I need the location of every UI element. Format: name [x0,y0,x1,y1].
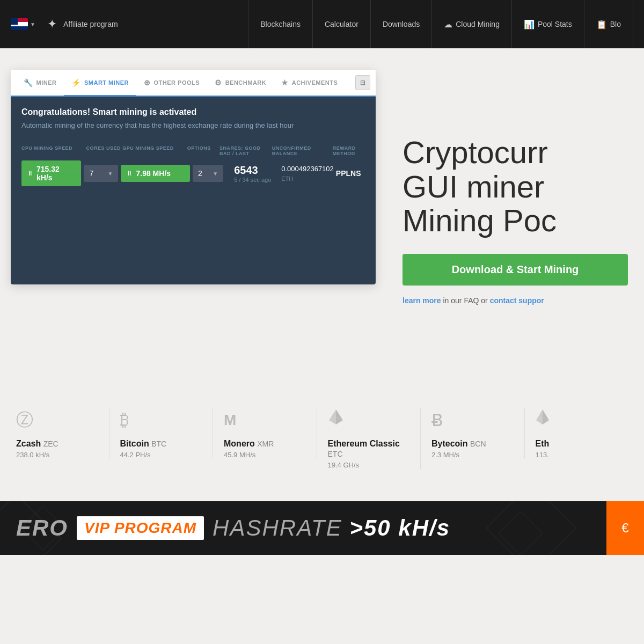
tab-other-pools[interactable]: ⊕ OTHER POOLS [136,70,207,96]
options-value: 2 [198,169,202,178]
tab-benchmark[interactable]: ⚙ BENCHMARK [207,70,274,96]
gpu-pause-icon: ⏸ [126,170,133,177]
affiliate-label[interactable]: Affiliate program [63,20,118,28]
coin-bytecoin[interactable]: Ƀ Bytecoin BCN 2.3 MH/s [421,408,525,459]
tab-achievements[interactable]: ★ ACHIVEMENTS [274,70,345,96]
banner-cta-button[interactable]: € [606,501,644,555]
nav-blog[interactable]: 📋 Blo [584,0,633,48]
unconfirmed-unit: ETH [281,175,293,182]
bitcoin-name: Bitcoin BTC [120,438,167,449]
learn-more-link[interactable]: learn more [402,296,441,305]
reward-display: PPLNS [336,169,365,178]
tab-miner[interactable]: 🔧 MINER [16,70,64,96]
nav-cloud-mining[interactable]: ☁ Cloud Mining [432,0,512,48]
hero-left: 🔧 MINER ⚡ SMART MINER ⊕ OTHER POOLS ⚙ BE… [0,48,376,381]
nav-blockchains[interactable]: Blockchains [248,0,313,48]
app-tabs: 🔧 MINER ⚡ SMART MINER ⊕ OTHER POOLS ⚙ BE… [11,70,376,97]
cpu-header: CPU MINING SPEED [21,145,86,156]
smart-miner-tab-icon: ⚡ [71,78,81,87]
contact-support-link[interactable]: contact suppor [490,296,544,305]
tab-smart-miner[interactable]: ⚡ SMART MINER [64,70,136,97]
zcash-name: Zcash ZEC [16,438,58,449]
monero-icon: M [224,408,236,432]
achievements-tab-icon: ★ [281,78,289,87]
nav-cloud-mining-label: Cloud Mining [456,20,500,28]
tab-other-pools-label: OTHER POOLS [154,79,200,86]
banner-hashrate: HASHRATE >50 kH/s [213,515,450,541]
zcash-rate: 238.0 kH/s [16,451,49,459]
cloud-icon: ☁ [444,19,452,30]
nav-menu: Blockchains Calculator Downloads ☁ Cloud… [248,0,633,48]
banner-cta-icon: € [621,521,628,536]
coins-section: Ⓩ Zcash ZEC 238.0 kH/s ₿ Bitcoin BTC 44.… [0,381,644,501]
options-header: OPTIONS [187,145,219,156]
hero-right: Cryptocurr GUI miner Mining Poc Download… [376,48,644,381]
cores-dropdown-arrow: ▼ [108,171,113,177]
unconfirmed-header: UNCONFIRMED BALANCE [272,145,333,156]
coin-ethereum-classic[interactable]: Ethereum Classic ETC 19.4 GH/s [317,408,421,469]
congrats-subtitle: Automatic mining of the currency that ha… [21,121,365,129]
shares-time-value: 5 / 34 sec ago [234,177,281,183]
banner-vip-box: VIP PROGRAM [77,516,204,540]
gpu-header: GPU MINING SPEED [122,145,187,156]
nav-downloads-label: Downloads [383,20,420,28]
coin-bitcoin[interactable]: ₿ Bitcoin BTC 44.2 PH/s [109,408,214,459]
chart-icon: 📊 [524,19,535,30]
nav-blog-label: Blo [610,20,621,28]
app-settings-button[interactable]: ⊟ [355,75,370,90]
shares-display: 6543 5 / 34 sec ago [234,164,281,183]
network-icon: ✦ [47,17,57,31]
navbar: ▼ ✦ Affiliate program Blockchains Calcul… [0,0,644,48]
tab-miner-label: MINER [36,79,57,86]
hashrate-label: HASHRATE [213,515,342,540]
cores-header: CORES USED [86,145,122,156]
zcash-icon: Ⓩ [16,408,33,432]
nav-pool-stats[interactable]: 📊 Pool Stats [512,0,584,48]
eth-rate: 113. [536,451,549,459]
miner-app-screenshot: 🔧 MINER ⚡ SMART MINER ⊕ OTHER POOLS ⚙ BE… [11,70,376,284]
diamond-small [27,512,59,546]
eth-icon [536,408,550,432]
cores-selector[interactable]: 7 ▼ [84,165,118,182]
gpu-speed-value: 7.98 MH/s [136,169,171,178]
unconfirmed-display: 0.000492367102 ETH [281,164,336,183]
bytecoin-rate: 2.3 MH/s [431,451,459,459]
banner-vip-label: VIP PROGRAM [84,519,196,536]
tab-benchmark-label: BENCHMARK [225,79,267,86]
coin-zcash[interactable]: Ⓩ Zcash ZEC 238.0 kH/s [16,408,109,459]
tab-achievements-label: ACHIVEMENTS [292,79,338,86]
coin-ethereum[interactable]: Eth 113. [525,408,628,459]
stats-headers: CPU MINING SPEED CORES USED GPU MINING S… [21,145,365,156]
unconfirmed-value: 0.000492367102 [281,165,334,173]
cores-value: 7 [89,169,93,178]
congrats-title: Congratulations! Smart mining is activat… [21,107,365,117]
reward-value: PPLNS [336,169,361,178]
reward-header: REWARD METHOD [333,145,365,156]
hero-title-line2: GUI miner [402,170,628,204]
etc-icon [328,408,344,432]
monero-rate: 45.9 MH/s [224,451,255,459]
hero-title: Cryptocurr GUI miner Mining Poc [402,135,628,238]
bitcoin-rate: 44.2 PH/s [120,451,151,459]
nav-downloads[interactable]: Downloads [371,0,432,48]
hero-title-line3: Mining Poc [402,203,628,238]
language-selector[interactable]: ▼ [11,18,35,30]
diamond-right-small [504,517,537,552]
eth-name: Eth [536,438,550,449]
nav-calculator[interactable]: Calculator [313,0,371,48]
nav-blockchains-label: Blockchains [260,20,301,28]
shares-count-value: 6543 [234,164,281,177]
other-pools-tab-icon: ⊕ [144,78,151,87]
navbar-left: ▼ ✦ Affiliate program [11,17,118,31]
hashrate-value: >50 kH/s [349,515,450,540]
hero-section: 🔧 MINER ⚡ SMART MINER ⊕ OTHER POOLS ⚙ BE… [0,48,644,381]
pause-icon: ⏸ [27,170,33,177]
hero-title-line1: Cryptocurr [402,135,628,170]
blog-icon: 📋 [596,19,607,30]
download-start-mining-button[interactable]: Download & Start Mining [402,254,628,286]
shares-header: SHARES: GOOD BAD / LAST [219,145,272,156]
options-selector[interactable]: 2 ▼ [193,165,223,182]
nav-calculator-label: Calculator [325,20,358,28]
etc-rate: 19.4 GH/s [328,461,360,469]
coin-monero[interactable]: M Monero XMR 45.9 MH/s [213,408,317,459]
